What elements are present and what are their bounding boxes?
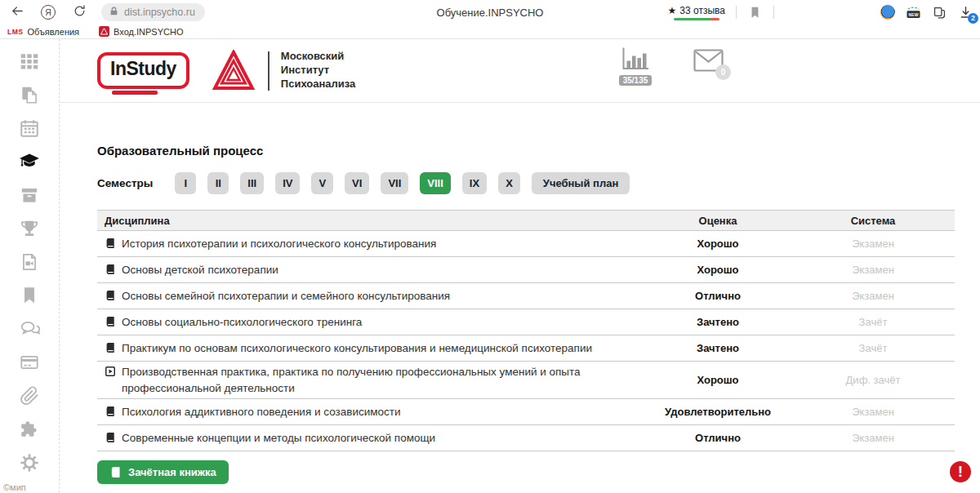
discipline-cell[interactable]: Производственная практика, практика по п… bbox=[97, 364, 644, 396]
disciplines-table-body: История психотерапии и психологического … bbox=[97, 231, 955, 451]
system-cell: Экзамен bbox=[791, 238, 955, 250]
sidebar-item-puzzle[interactable] bbox=[19, 419, 40, 440]
sidebar-item-graduation[interactable] bbox=[19, 151, 40, 172]
column-discipline: Дисциплина bbox=[97, 215, 644, 227]
discipline-cell[interactable]: Практикум по основам психологического ко… bbox=[97, 340, 644, 357]
sidebar-item-chat[interactable] bbox=[19, 318, 40, 340]
institute-logo-icon[interactable] bbox=[212, 50, 255, 92]
alert-icon[interactable] bbox=[950, 461, 971, 482]
grade-cell: Хорошо bbox=[644, 374, 791, 386]
sidebar-item-gear[interactable] bbox=[19, 452, 40, 473]
sidebar-copyright: ©мип bbox=[3, 482, 26, 492]
semester-button-IX[interactable]: IX bbox=[462, 172, 487, 194]
reviews-rating-bar bbox=[674, 18, 719, 20]
table-row: Производственная практика, практика по п… bbox=[97, 362, 955, 399]
semester-button-X[interactable]: X bbox=[498, 172, 520, 194]
book-icon bbox=[105, 264, 116, 275]
sidebar-item-calendar[interactable] bbox=[19, 118, 40, 139]
page-title: Образовательный процесс bbox=[97, 144, 980, 158]
grade-cell: Зачтено bbox=[644, 316, 791, 328]
download-count-badge: 2 bbox=[968, 13, 978, 24]
semester-button-IV[interactable]: IV bbox=[275, 172, 300, 194]
discipline-cell[interactable]: Психология аддиктивного поведения и соза… bbox=[97, 404, 644, 420]
address-bar[interactable]: dist.inpsycho.ru bbox=[101, 3, 205, 21]
yandex-button[interactable]: Я bbox=[39, 3, 57, 21]
discipline-name: Основы социально-психологического тренин… bbox=[122, 314, 362, 331]
semesters-label: Семестры bbox=[97, 177, 153, 189]
semester-button-I[interactable]: I bbox=[175, 172, 196, 194]
sidebar-item-paperclip[interactable] bbox=[19, 385, 40, 406]
browser-extension-icon[interactable] bbox=[880, 5, 895, 20]
bookmark-announcements[interactable]: LMS Объявления bbox=[7, 27, 79, 37]
system-cell: Экзамен bbox=[791, 290, 955, 302]
table-row: Психология аддиктивного поведения и соза… bbox=[97, 399, 955, 425]
semester-button-VI[interactable]: VI bbox=[345, 172, 369, 194]
sidebar-nav: ©мип bbox=[0, 39, 60, 493]
collections-button[interactable] bbox=[932, 5, 947, 20]
sidebar-item-grid[interactable] bbox=[19, 51, 40, 72]
site-header: InStudy Московский Институт Психоанализа… bbox=[60, 39, 980, 103]
curriculum-button[interactable]: Учебный план bbox=[532, 172, 630, 194]
discipline-cell[interactable]: Основы семейной психотерапии и семейного… bbox=[97, 288, 644, 304]
semester-button-II[interactable]: II bbox=[207, 172, 229, 194]
sidebar-item-archive[interactable] bbox=[19, 184, 40, 206]
back-arrow-icon bbox=[11, 4, 24, 20]
semester-button-VIII[interactable]: VIII bbox=[420, 172, 451, 194]
discipline-cell[interactable]: История психотерапии и психологического … bbox=[97, 236, 644, 252]
bookmark-label: Вход.INPSYCHO bbox=[114, 27, 183, 37]
refresh-button[interactable] bbox=[70, 3, 88, 21]
table-header: Дисциплина Оценка Система bbox=[97, 210, 955, 231]
yandex-icon: Я bbox=[41, 5, 56, 20]
book-icon bbox=[105, 316, 116, 327]
table-row: Основы социально-психологического тренин… bbox=[97, 309, 955, 335]
book-icon bbox=[109, 466, 122, 478]
sidebar-item-documents[interactable] bbox=[19, 84, 40, 105]
toolbar-separator bbox=[736, 6, 737, 19]
semester-button-III[interactable]: III bbox=[240, 172, 264, 194]
grade-cell: Отлично bbox=[644, 290, 791, 302]
bookmark-flag-button[interactable] bbox=[747, 5, 763, 20]
back-button[interactable] bbox=[8, 3, 26, 21]
table-row: Основы детской психотерапииХорошоЭкзамен bbox=[97, 257, 955, 283]
semester-selector: Семестры IIIIIIIVVVIVIIVIIIIXX Учебный п… bbox=[97, 171, 980, 194]
reviews-widget[interactable]: 33 отзыва bbox=[668, 5, 725, 20]
discipline-cell[interactable]: Основы социально-психологического тренин… bbox=[97, 314, 644, 331]
progress-badge: 35/135 bbox=[619, 75, 653, 86]
refresh-icon bbox=[73, 4, 87, 20]
sidebar-item-video[interactable] bbox=[19, 251, 40, 273]
new-badge-icon: NEW bbox=[906, 5, 921, 20]
sidebar-item-card[interactable] bbox=[19, 352, 40, 373]
book-icon bbox=[105, 290, 116, 301]
messages-count-badge: 0 bbox=[715, 64, 731, 80]
browser-toolbar: Я dist.inpsycho.ru Обучение.INPSYCHO 33 … bbox=[0, 0, 980, 24]
grade-cell: Хорошо bbox=[644, 238, 791, 250]
semester-button-V[interactable]: V bbox=[311, 172, 333, 194]
table-row: Современные концепции и методы психологи… bbox=[97, 425, 955, 451]
header-divider bbox=[268, 51, 270, 91]
system-cell: Зачёт bbox=[791, 316, 955, 328]
toolbar-separator bbox=[773, 6, 774, 19]
collections-icon bbox=[932, 5, 947, 20]
sidebar-item-trophy[interactable] bbox=[19, 218, 40, 239]
lock-icon bbox=[109, 6, 119, 19]
sidebar-item-bookmark[interactable] bbox=[19, 285, 40, 306]
downloads-button[interactable]: 2 bbox=[958, 5, 973, 20]
bar-chart-icon bbox=[620, 47, 651, 74]
messages-button[interactable]: 0 bbox=[693, 49, 724, 74]
svg-text:NEW: NEW bbox=[909, 11, 919, 16]
discipline-name: Производственная практика, практика по п… bbox=[122, 364, 625, 396]
discipline-cell[interactable]: Основы детской психотерапии bbox=[97, 262, 644, 278]
progress-stats-button[interactable]: 35/135 bbox=[617, 47, 653, 86]
semester-button-VII[interactable]: VII bbox=[381, 172, 408, 194]
discipline-cell[interactable]: Современные концепции и методы психологи… bbox=[97, 430, 644, 446]
discipline-name: Современные концепции и методы психологи… bbox=[122, 430, 435, 446]
gradebook-button[interactable]: Зачётная книжка bbox=[97, 460, 229, 484]
instudy-logo[interactable]: InStudy bbox=[97, 52, 189, 89]
column-grade: Оценка bbox=[644, 215, 791, 227]
table-row: История психотерапии и психологического … bbox=[97, 231, 955, 257]
grade-cell: Хорошо bbox=[644, 264, 791, 276]
book-icon bbox=[105, 432, 116, 443]
lms-favicon: LMS bbox=[7, 28, 23, 36]
new-feature-button[interactable]: NEW bbox=[906, 5, 921, 20]
bookmark-login[interactable]: Вход.INPSYCHO bbox=[99, 26, 183, 37]
